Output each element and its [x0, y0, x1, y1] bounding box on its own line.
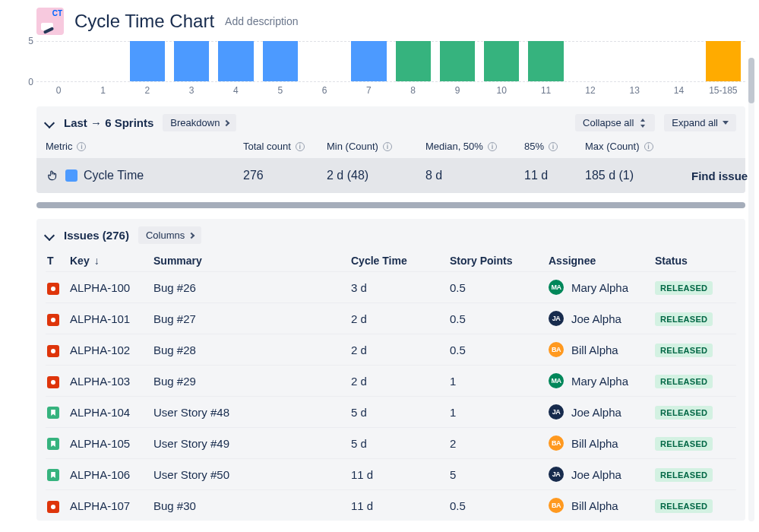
- issue-assignee[interactable]: JAJoe Alpha: [549, 311, 655, 326]
- pointer-cursor-icon: [46, 169, 59, 182]
- col-status[interactable]: Status: [655, 255, 731, 267]
- info-icon[interactable]: i: [77, 142, 86, 151]
- table-row[interactable]: ALPHA-102Bug #282 d0.5BABill AlphaRELEAS…: [46, 334, 736, 365]
- issue-key[interactable]: ALPHA-100: [70, 281, 153, 294]
- chart-bar[interactable]: [706, 41, 741, 81]
- collapse-all-label: Collapse all: [583, 117, 634, 128]
- issue-story-points: 2: [450, 437, 549, 450]
- metric-p85: 11 d: [524, 169, 585, 182]
- chart-plot-area: [36, 41, 745, 82]
- issue-key[interactable]: ALPHA-102: [70, 344, 153, 356]
- issue-story-points: 0.5: [450, 281, 549, 294]
- metric-color-swatch: [65, 169, 77, 182]
- add-description-link[interactable]: Add description: [225, 15, 299, 27]
- chart-y-axis: 5 0: [15, 41, 33, 82]
- issue-key[interactable]: ALPHA-104: [70, 406, 153, 419]
- chart-bar-slot: [568, 41, 612, 81]
- table-row[interactable]: ALPHA-103Bug #292 d1MAMary AlphaRELEASED: [46, 365, 736, 396]
- avatar: MA: [549, 280, 564, 295]
- metric-min: 2 d (48): [327, 169, 425, 182]
- info-icon[interactable]: i: [549, 142, 558, 151]
- status-badge: RELEASED: [655, 344, 713, 357]
- col-assignee[interactable]: Assignee: [549, 255, 655, 267]
- issue-cycle-time: 11 d: [351, 468, 450, 481]
- issue-story-points: 0.5: [450, 312, 549, 325]
- chevron-down-icon[interactable]: [44, 230, 55, 240]
- chart-bar[interactable]: [263, 41, 298, 81]
- issue-assignee[interactable]: MAMary Alpha: [549, 373, 655, 388]
- avatar: JA: [549, 467, 564, 482]
- issue-key[interactable]: ALPHA-103: [70, 375, 153, 388]
- issue-cycle-time: 3 d: [351, 281, 450, 294]
- issue-key[interactable]: ALPHA-105: [70, 437, 153, 450]
- cycle-time-chart: 5 0 0123456789101112131415-185: [36, 41, 745, 96]
- chart-bar[interactable]: [174, 41, 209, 81]
- chart-bar-slot: [36, 41, 81, 81]
- issue-assignee[interactable]: MAMary Alpha: [549, 280, 655, 295]
- metrics-header-row: Metrici Total counti Min (Count)i Median…: [46, 141, 736, 152]
- chart-bar[interactable]: [528, 41, 563, 81]
- x-tick: 3: [169, 85, 213, 96]
- col-points[interactable]: Story Points: [450, 255, 549, 267]
- metric-median: 8 d: [425, 169, 524, 182]
- status-badge: RELEASED: [655, 312, 713, 326]
- chevron-down-icon[interactable]: [44, 117, 55, 128]
- bug-icon: [47, 376, 59, 388]
- issue-key[interactable]: ALPHA-107: [70, 499, 153, 512]
- x-tick: 10: [479, 85, 523, 96]
- status-badge: RELEASED: [655, 468, 713, 482]
- col-type[interactable]: T: [47, 255, 70, 267]
- breakdown-button[interactable]: Breakdown: [163, 114, 236, 131]
- issue-assignee[interactable]: JAJoe Alpha: [549, 404, 655, 420]
- x-tick: 15-185: [701, 85, 745, 96]
- issue-key[interactable]: ALPHA-101: [70, 312, 153, 325]
- chart-bar[interactable]: [440, 41, 475, 81]
- status-badge: RELEASED: [655, 281, 713, 295]
- chart-bar[interactable]: [218, 41, 253, 81]
- collapse-all-button[interactable]: Collapse all: [575, 114, 655, 131]
- page-title: Cycle Time Chart: [74, 11, 214, 32]
- horizontal-scrollbar[interactable]: [36, 202, 745, 208]
- chart-bar-slot: [81, 41, 125, 81]
- chart-bar[interactable]: [130, 41, 165, 81]
- chart-x-axis: 0123456789101112131415-185: [36, 85, 745, 96]
- col-total: Total counti: [243, 141, 327, 152]
- issue-story-points: 0.5: [450, 499, 549, 512]
- table-row[interactable]: ALPHA-107Bug #3011 d0.5BABill AlphaRELEA…: [46, 489, 736, 521]
- info-icon[interactable]: i: [488, 142, 497, 151]
- table-row[interactable]: ALPHA-100Bug #263 d0.5MAMary AlphaRELEAS…: [46, 271, 736, 302]
- sprint-panel-title: Last → 6 Sprints: [64, 116, 153, 129]
- x-tick: 2: [125, 85, 169, 96]
- issue-assignee[interactable]: BABill Alpha: [549, 342, 655, 357]
- chart-bar[interactable]: [484, 41, 519, 81]
- issue-summary: User Story #49: [153, 437, 351, 450]
- vertical-scrollbar[interactable]: [748, 58, 754, 521]
- expand-all-button[interactable]: Expand all: [664, 114, 736, 131]
- issue-key[interactable]: ALPHA-106: [70, 468, 153, 481]
- metric-max: 185 d (1): [585, 169, 691, 182]
- chart-bar-slot: [302, 41, 346, 81]
- col-summary[interactable]: Summary: [153, 255, 351, 267]
- table-row[interactable]: ALPHA-101Bug #272 d0.5JAJoe AlphaRELEASE…: [46, 302, 736, 334]
- col-cycle[interactable]: Cycle Time: [351, 255, 450, 267]
- issue-assignee[interactable]: JAJoe Alpha: [549, 467, 655, 482]
- assignee-name: Joe Alpha: [571, 312, 621, 325]
- col-metric: Metrici: [46, 141, 243, 152]
- columns-button[interactable]: Columns: [138, 226, 201, 244]
- status-badge: RELEASED: [655, 406, 713, 420]
- table-row[interactable]: ALPHA-105User Story #495 d2BABill AlphaR…: [46, 427, 736, 458]
- issue-assignee[interactable]: BABill Alpha: [549, 498, 655, 513]
- col-p85: 85%i: [524, 141, 585, 152]
- table-row[interactable]: ALPHA-104User Story #485 d1JAJoe AlphaRE…: [46, 396, 736, 427]
- issue-assignee[interactable]: BABill Alpha: [549, 435, 655, 451]
- info-icon[interactable]: i: [296, 142, 305, 151]
- metric-row-cycle-time[interactable]: Cycle Time 276 2 d (48) 8 d 11 d 185 d (…: [36, 158, 745, 193]
- info-icon[interactable]: i: [644, 142, 653, 151]
- chart-bar[interactable]: [396, 41, 431, 81]
- avatar: JA: [549, 404, 564, 420]
- col-key[interactable]: Key ↓: [70, 255, 153, 267]
- chart-bar-slot: [213, 41, 258, 81]
- table-row[interactable]: ALPHA-106User Story #5011 d5JAJoe AlphaR…: [46, 458, 736, 489]
- chart-bar[interactable]: [351, 41, 386, 81]
- info-icon[interactable]: i: [383, 142, 392, 151]
